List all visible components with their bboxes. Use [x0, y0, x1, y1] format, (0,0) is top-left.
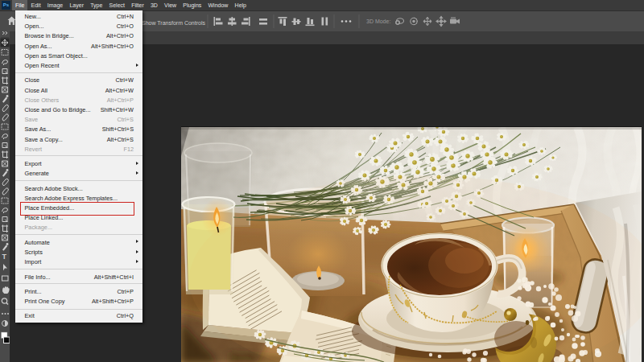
svg-text:T: T — [2, 253, 7, 261]
svg-text:3D Mode:: 3D Mode: — [366, 19, 390, 24]
